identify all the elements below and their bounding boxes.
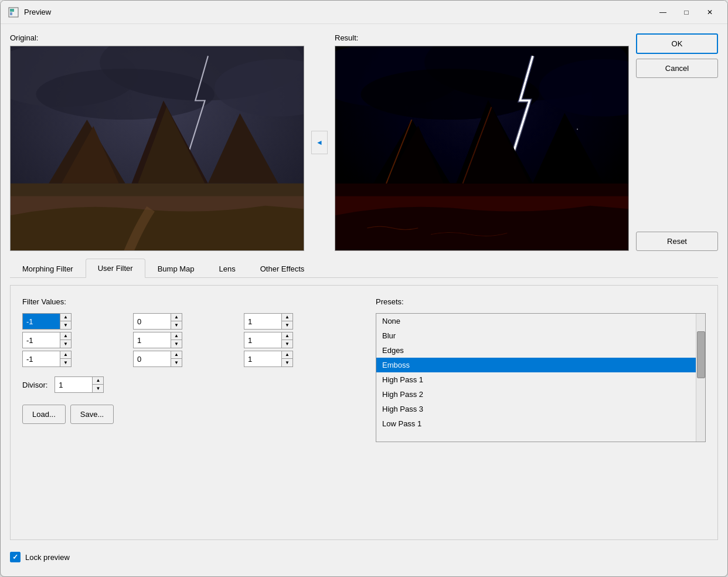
lock-preview-checkbox[interactable] — [10, 552, 21, 562]
tabs-section: Morphing Filter User Filter Bump Map Len… — [10, 258, 718, 278]
presets-scrollbar[interactable] — [696, 314, 705, 442]
filter-input-2-2[interactable] — [244, 351, 282, 367]
tab-bump-map[interactable]: Bump Map — [145, 259, 207, 278]
load-button[interactable]: Load... — [22, 405, 66, 424]
filter-content: Filter Values: ▲ ▼ — [22, 297, 706, 442]
svg-point-19 — [360, 69, 539, 120]
spin-up-2-0[interactable]: ▲ — [60, 351, 71, 359]
divisor-input[interactable] — [55, 376, 93, 393]
ok-button[interactable]: OK — [636, 33, 718, 54]
filter-right: Presets: None Blur Edges Emboss High Pas… — [376, 297, 706, 442]
filter-grid: ▲ ▼ ▲ ▼ — [22, 313, 352, 367]
filter-cell-1-0: ▲ ▼ — [22, 332, 131, 348]
lock-preview-row: Lock preview — [10, 552, 718, 562]
result-preview — [335, 46, 629, 251]
preset-highpass3[interactable]: High Pass 3 — [376, 402, 696, 416]
divisor-spin-up[interactable]: ▲ — [93, 377, 103, 385]
tab-other-effects[interactable]: Other Effects — [248, 259, 317, 278]
presets-label: Presets: — [376, 297, 706, 306]
spin-up-1-2[interactable]: ▲ — [282, 332, 292, 340]
spin-up-0-1[interactable]: ▲ — [171, 314, 182, 321]
divisor-spin-buttons: ▲ ▼ — [93, 376, 104, 393]
lock-preview-label: Lock preview — [25, 553, 70, 562]
spin-down-1-2[interactable]: ▼ — [282, 340, 292, 348]
preset-edges[interactable]: Edges — [376, 343, 696, 358]
filter-input-0-2[interactable] — [244, 313, 282, 330]
filter-input-1-0[interactable] — [22, 332, 60, 348]
preset-none[interactable]: None — [376, 314, 696, 328]
preset-highpass2[interactable]: High Pass 2 — [376, 387, 696, 402]
preset-emboss[interactable]: Emboss — [376, 358, 696, 372]
cancel-button[interactable]: Cancel — [636, 59, 718, 78]
divisor-label: Divisor: — [22, 381, 47, 389]
spin-buttons-1-1: ▲ ▼ — [171, 332, 182, 348]
spin-buttons-1-2: ▲ ▼ — [282, 332, 293, 348]
spin-up-1-1[interactable]: ▲ — [171, 332, 182, 340]
spin-up-1-0[interactable]: ▲ — [60, 332, 71, 340]
presets-container: None Blur Edges Emboss High Pass 1 High … — [376, 313, 706, 442]
filter-cell-1-1: ▲ ▼ — [133, 332, 241, 348]
spin-down-2-2[interactable]: ▼ — [282, 359, 292, 366]
close-button[interactable]: ✕ — [699, 4, 720, 21]
filter-cell-2-2: ▲ ▼ — [244, 351, 352, 367]
preset-lowpass1[interactable]: Low Pass 1 — [376, 416, 696, 431]
spin-up-2-1[interactable]: ▲ — [171, 351, 182, 359]
spin-buttons-0-2: ▲ ▼ — [282, 313, 293, 330]
filter-cell-0-1: ▲ ▼ — [133, 313, 241, 330]
load-save-row: Load... Save... — [22, 405, 352, 424]
spin-down-2-1[interactable]: ▼ — [171, 359, 182, 366]
preset-blur[interactable]: Blur — [376, 328, 696, 343]
reset-button[interactable]: Reset — [636, 232, 718, 251]
original-image — [11, 46, 304, 250]
result-image — [335, 46, 628, 250]
spin-down-0-1[interactable]: ▼ — [171, 321, 182, 329]
app-icon — [8, 6, 19, 18]
tabs: Morphing Filter User Filter Bump Map Len… — [10, 258, 718, 278]
spin-down-0-2[interactable]: ▼ — [282, 321, 292, 329]
svg-point-23 — [577, 128, 578, 130]
tab-morphing-filter[interactable]: Morphing Filter — [10, 259, 86, 278]
bottom-section: Lock preview — [10, 547, 718, 567]
filter-input-0-0[interactable] — [22, 313, 60, 330]
spin-up-0-0[interactable]: ▲ — [60, 314, 71, 321]
maximize-button[interactable]: □ — [676, 4, 697, 21]
spin-buttons-2-1: ▲ ▼ — [171, 351, 182, 367]
spin-down-1-0[interactable]: ▼ — [60, 340, 71, 348]
filter-input-2-1[interactable] — [133, 351, 171, 367]
top-section: Original: — [10, 33, 718, 251]
tab-lens[interactable]: Lens — [207, 259, 248, 278]
filter-input-2-0[interactable] — [22, 351, 60, 367]
spin-down-1-1[interactable]: ▼ — [171, 340, 182, 348]
window-controls: — □ ✕ — [652, 4, 720, 21]
divisor-spin-down[interactable]: ▼ — [93, 385, 103, 392]
filter-cell-2-0: ▲ ▼ — [22, 351, 131, 367]
filter-panel: Filter Values: ▲ ▼ — [10, 285, 718, 540]
window-title: Preview — [24, 8, 652, 16]
result-label: Result: — [335, 33, 629, 42]
preset-highpass1[interactable]: High Pass 1 — [376, 372, 696, 387]
original-preview — [10, 46, 304, 251]
filter-input-0-1[interactable] — [133, 313, 171, 330]
spin-buttons-2-0: ▲ ▼ — [60, 351, 72, 367]
svg-rect-1 — [10, 9, 14, 12]
filter-input-1-1[interactable] — [133, 332, 171, 348]
original-label: Original: — [10, 33, 304, 42]
main-content: Original: — [1, 24, 727, 576]
spin-down-0-0[interactable]: ▼ — [60, 321, 71, 329]
tab-user-filter[interactable]: User Filter — [86, 259, 145, 278]
minimize-button[interactable]: — — [652, 4, 673, 21]
split-arrow-button[interactable]: ◄ — [311, 131, 328, 154]
spin-down-2-0[interactable]: ▼ — [60, 359, 71, 366]
result-column: Result: — [335, 33, 629, 251]
spin-up-0-2[interactable]: ▲ — [282, 314, 292, 321]
spin-buttons-2-2: ▲ ▼ — [282, 351, 293, 367]
preview-window: Preview — □ ✕ Original: — [0, 0, 728, 577]
filter-left: Filter Values: ▲ ▼ — [22, 297, 352, 442]
original-column: Original: — [10, 33, 304, 251]
spin-up-2-2[interactable]: ▲ — [282, 351, 292, 359]
divisor-row: Divisor: ▲ ▼ — [22, 376, 352, 393]
filter-input-1-2[interactable] — [244, 332, 282, 348]
right-buttons: OK Cancel Reset — [636, 33, 718, 251]
save-button[interactable]: Save... — [70, 405, 114, 424]
scroll-thumb[interactable] — [697, 331, 705, 378]
